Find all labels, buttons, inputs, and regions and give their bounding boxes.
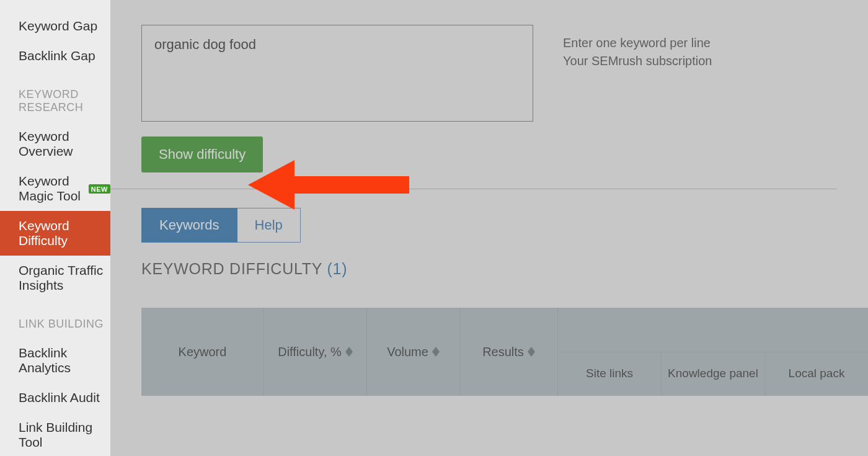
section-heading-count: (1): [327, 260, 347, 277]
sidebar-item-backlink-gap[interactable]: Backlink Gap: [0, 41, 110, 71]
svg-marker-4: [528, 347, 535, 352]
show-difficulty-button[interactable]: Show difficulty: [141, 136, 263, 172]
sidebar: Keyword Gap Backlink Gap KEYWORD RESEARC…: [0, 0, 110, 456]
sidebar-item-backlink-audit[interactable]: Backlink Audit: [0, 383, 110, 413]
sidebar-item-keyword-overview[interactable]: Keyword Overview: [0, 122, 110, 166]
th-keyword[interactable]: Keyword: [141, 308, 264, 396]
tab-keywords[interactable]: Keywords: [141, 208, 237, 243]
hint-line-2: Your SEMrush subscription: [563, 52, 712, 70]
sort-icon: [345, 347, 353, 357]
sidebar-item-label: Keyword Magic Tool: [19, 174, 84, 203]
svg-marker-2: [432, 347, 440, 352]
hint-line-1: Enter one keyword per line: [563, 34, 712, 52]
th-local-pack[interactable]: Local pack: [765, 352, 868, 396]
results-table-header: Keyword Difficulty, % Volume Results: [141, 308, 868, 396]
svg-marker-1: [345, 352, 353, 357]
sidebar-section-keyword-research: KEYWORD RESEARCH: [0, 71, 110, 122]
sidebar-item-link-building-tool[interactable]: Link Building Tool: [0, 413, 110, 456]
th-site-links[interactable]: Site links: [558, 352, 662, 396]
sort-icon: [432, 347, 440, 357]
th-volume[interactable]: Volume: [367, 308, 460, 396]
divider: [110, 189, 837, 189]
tab-help[interactable]: Help: [237, 208, 301, 243]
svg-marker-5: [528, 352, 535, 357]
sidebar-item-keyword-difficulty[interactable]: Keyword Difficulty: [0, 211, 110, 256]
th-difficulty[interactable]: Difficulty, %: [264, 308, 367, 396]
sidebar-item-backlink-analytics[interactable]: Backlink Analytics: [0, 338, 110, 383]
keyword-textarea[interactable]: [141, 25, 533, 122]
th-results[interactable]: Results: [460, 308, 558, 396]
svg-marker-3: [432, 352, 440, 357]
main-area: Enter one keyword per line Your SEMrush …: [110, 0, 868, 456]
section-heading: KEYWORD DIFFICULTY (1): [141, 260, 868, 278]
th-knowledge-panel[interactable]: Knowledge panel: [662, 352, 765, 396]
new-badge: NEW: [89, 184, 110, 194]
sidebar-section-link-building: LINK BUILDING: [0, 300, 110, 338]
th-volume-label: Volume: [387, 345, 428, 359]
sidebar-item-organic-traffic-insights[interactable]: Organic Traffic Insights: [0, 256, 110, 300]
th-results-label: Results: [482, 345, 524, 359]
section-heading-text: KEYWORD DIFFICULTY: [141, 260, 322, 277]
input-hints: Enter one keyword per line Your SEMrush …: [563, 34, 712, 70]
tabs: Keywords Help: [141, 208, 868, 243]
svg-marker-0: [345, 347, 353, 352]
th-serp-features-group: Site links Knowledge panel Local pack: [558, 308, 868, 396]
sidebar-item-keyword-gap[interactable]: Keyword Gap: [0, 11, 110, 41]
sidebar-item-keyword-magic-tool[interactable]: Keyword Magic Tool NEW: [0, 166, 110, 211]
sort-icon: [528, 347, 535, 357]
th-difficulty-label: Difficulty, %: [278, 345, 342, 359]
